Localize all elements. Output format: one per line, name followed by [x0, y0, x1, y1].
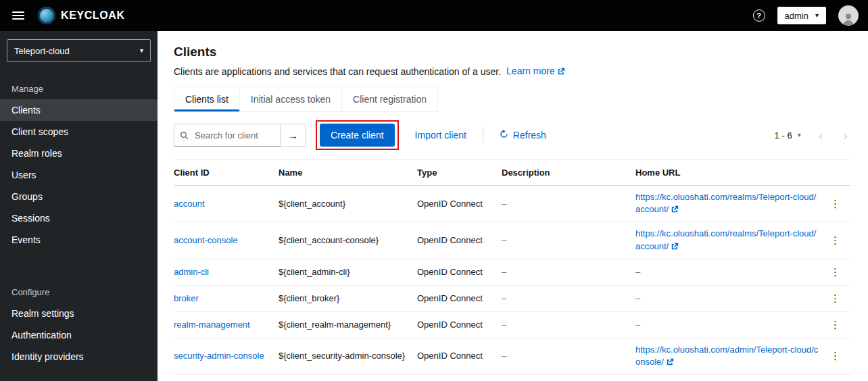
pagination-next-button[interactable]: › [840, 128, 850, 142]
search-submit-button[interactable]: → [281, 124, 306, 147]
table-row: security-admin-console ${client_security… [174, 338, 850, 374]
keycloak-logo[interactable]: KEYCLOAK [38, 7, 125, 24]
sidebar-item-sessions[interactable]: Sessions [0, 207, 158, 229]
topbar-right: ? admin ▾ [753, 5, 859, 26]
page-description-text: Clients are applications and services th… [174, 66, 501, 77]
cell-home-url-empty: – [635, 311, 826, 338]
cell-type: OpenID Connect [417, 222, 502, 259]
pagination-top: 1 - 6 ▾ ‹ › [775, 128, 850, 142]
row-kebab-menu[interactable]: ⋮ [826, 197, 844, 211]
table-toolbar: → Create client Import client Refresh [174, 120, 850, 150]
user-menu-label: admin [785, 11, 809, 21]
sidebar-section-configure: Configure Realm settings Authentication … [0, 282, 158, 367]
home-url-link[interactable]: https://kc.oluoshati.com/realms/Teleport… [635, 228, 816, 251]
sidebar-item-client-scopes[interactable]: Client scopes [0, 121, 158, 143]
sidebar-item-users[interactable]: Users [0, 164, 158, 186]
row-kebab-menu[interactable]: ⋮ [826, 349, 844, 363]
help-icon[interactable]: ? [753, 9, 765, 22]
sidebar-item-events[interactable]: Events [0, 229, 158, 251]
sidebar-section-manage: Manage Clients Client scopes Realm roles… [0, 78, 158, 251]
annotation-highlight-create-client: Create client [316, 120, 399, 150]
cell-home-url-empty: – [635, 285, 826, 311]
refresh-icon [500, 130, 508, 141]
clients-table: Client ID Name Type Description Home URL… [174, 159, 850, 375]
external-link-icon [671, 241, 679, 253]
user-menu-dropdown[interactable]: admin ▾ [777, 7, 826, 24]
cell-type: OpenID Connect [417, 338, 502, 374]
table-row: broker ${client_broker} OpenID Connect –… [174, 285, 850, 311]
client-id-link[interactable]: realm-management [174, 320, 250, 330]
sidebar-item-realm-settings[interactable]: Realm settings [0, 303, 158, 324]
cell-description: – [502, 338, 635, 374]
home-url-link[interactable]: https://kc.oluoshati.com/realms/Teleport… [635, 192, 816, 214]
client-id-link[interactable]: security-admin-console [174, 351, 264, 361]
column-header-client-id: Client ID [174, 160, 279, 186]
tab-clients-list[interactable]: Clients list [174, 87, 240, 111]
toolbar-divider [483, 127, 483, 143]
row-kebab-menu[interactable]: ⋮ [826, 291, 844, 306]
learn-more-link[interactable]: Learn more [506, 66, 565, 77]
chevron-down-icon: ▾ [815, 12, 819, 19]
import-client-label: Import client [415, 130, 466, 141]
external-link-icon [558, 66, 565, 77]
sidebar-section-title: Manage [0, 78, 158, 99]
refresh-label: Refresh [513, 130, 546, 141]
refresh-button[interactable]: Refresh [500, 130, 546, 141]
cell-type: OpenID Connect [417, 186, 502, 222]
search-icon [180, 130, 189, 143]
client-id-link[interactable]: account-console [174, 235, 238, 245]
external-link-icon [667, 357, 674, 369]
external-link-icon [671, 204, 679, 216]
home-url-text: https://kc.oluoshati.com/admin/Teleport-… [635, 345, 818, 367]
row-kebab-menu[interactable]: ⋮ [826, 233, 844, 248]
cell-description: – [502, 285, 635, 311]
pagination-prev-button[interactable]: ‹ [816, 128, 826, 142]
hamburger-menu-icon[interactable] [12, 11, 24, 20]
sidebar-item-groups[interactable]: Groups [0, 186, 158, 207]
import-client-button[interactable]: Import client [415, 130, 466, 141]
cell-name: ${client_account} [279, 186, 417, 222]
table-row: admin-cli ${client_admin-cli} OpenID Con… [174, 259, 850, 285]
table-header-row: Client ID Name Type Description Home URL [174, 160, 850, 186]
top-bar: KEYCLOAK ? admin ▾ [0, 0, 868, 31]
tab-initial-access-token[interactable]: Initial access token [240, 87, 342, 111]
main-content: Clients Clients are applications and ser… [158, 31, 868, 381]
sidebar-section-title: Configure [0, 282, 158, 303]
avatar[interactable] [838, 5, 859, 26]
tab-client-registration[interactable]: Client registration [342, 87, 437, 111]
cell-description: – [502, 186, 635, 222]
client-id-link[interactable]: account [174, 199, 205, 209]
realm-selector-label: Teleport-cloud [14, 46, 70, 56]
realm-selector[interactable]: Teleport-cloud ▾ [7, 39, 151, 62]
cell-description: – [502, 311, 635, 338]
cell-home-url-empty: – [635, 259, 826, 285]
search-input[interactable] [174, 124, 281, 147]
keycloak-logo-icon [38, 7, 55, 24]
sidebar-item-identity-providers[interactable]: Identity providers [0, 346, 158, 367]
chevron-down-icon[interactable]: ▾ [798, 132, 801, 138]
sidebar-item-authentication[interactable]: Authentication [0, 324, 158, 346]
column-header-description: Description [502, 160, 635, 186]
client-id-link[interactable]: broker [174, 293, 199, 303]
column-header-actions [826, 160, 850, 186]
column-header-home-url: Home URL [635, 160, 826, 186]
client-search: → [174, 124, 306, 147]
client-id-link[interactable]: admin-cli [174, 267, 209, 277]
sidebar: Teleport-cloud ▾ Manage Clients Client s… [0, 31, 158, 381]
cell-name: ${client_account-console} [279, 222, 417, 259]
row-kebab-menu[interactable]: ⋮ [826, 265, 844, 280]
table-row: realm-management ${client_realm-manageme… [174, 311, 850, 338]
person-icon [841, 11, 856, 26]
row-kebab-menu[interactable]: ⋮ [826, 318, 844, 332]
home-url-link[interactable]: https://kc.oluoshati.com/admin/Teleport-… [635, 345, 818, 367]
cell-type: OpenID Connect [417, 259, 502, 285]
table-row: account-console ${client_account-console… [174, 222, 850, 259]
cell-name: ${client_broker} [279, 285, 417, 311]
cell-description: – [502, 222, 635, 259]
create-client-button[interactable]: Create client [320, 124, 395, 147]
sidebar-item-realm-roles[interactable]: Realm roles [0, 143, 158, 164]
cell-type: OpenID Connect [417, 285, 502, 311]
column-header-name: Name [279, 160, 417, 186]
cell-description: – [502, 259, 635, 285]
sidebar-item-clients[interactable]: Clients [0, 99, 158, 121]
